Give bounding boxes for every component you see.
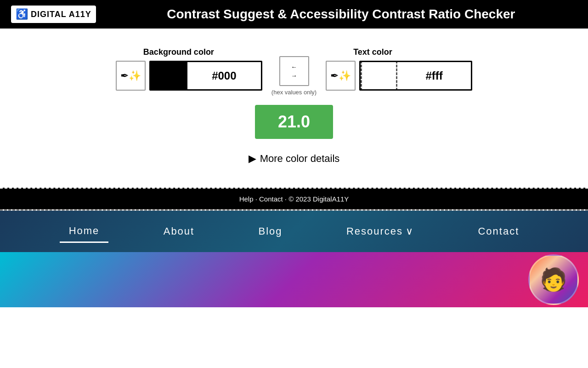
background-input-group: ✒✨ bbox=[116, 61, 262, 91]
swap-button[interactable]: ← → bbox=[279, 56, 309, 86]
background-color-section: Background color ✒✨ bbox=[116, 47, 262, 91]
text-color-section: Text color ✒✨ bbox=[326, 47, 472, 91]
more-details-button[interactable]: ▶ More color details bbox=[249, 153, 340, 165]
logo-text: DIGITAL A11Y bbox=[31, 10, 91, 19]
nav-items: Home About Blog Resources ∨ Contact bbox=[18, 220, 570, 243]
header: ♿ DIGITAL A11Y Contrast Suggest & Access… bbox=[0, 0, 588, 29]
nav-item-about[interactable]: About bbox=[154, 221, 204, 242]
triangle-icon: ▶ bbox=[249, 153, 256, 165]
color-inputs-row: Background color ✒✨ ← → (hex values only… bbox=[28, 42, 560, 96]
avatar-icon: 🧑 bbox=[540, 267, 567, 293]
background-hex-input[interactable] bbox=[187, 61, 261, 91]
background-eyedropper-button[interactable]: ✒✨ bbox=[116, 61, 146, 91]
footer-top: Help · Contact · © 2023 DigitalA11Y bbox=[0, 188, 588, 209]
hero-section: 🧑 bbox=[0, 252, 588, 307]
more-details-label: More color details bbox=[260, 153, 340, 165]
page-title: Contrast Suggest & Accessibility Contras… bbox=[105, 7, 577, 22]
background-color-label: Background color bbox=[143, 47, 214, 57]
swap-section: ← → (hex values only) bbox=[271, 42, 317, 96]
nav-item-resources[interactable]: Resources ∨ bbox=[337, 221, 423, 242]
contrast-ratio-container: 21.0 bbox=[28, 105, 560, 139]
text-input-group: ✒✨ bbox=[326, 61, 472, 91]
text-color-swatch bbox=[361, 61, 397, 91]
arrow-right-icon: → bbox=[291, 72, 297, 79]
logo-icon: ♿ bbox=[16, 8, 28, 20]
more-details-row: ▶ More color details bbox=[28, 153, 560, 165]
text-eyedropper-button[interactable]: ✒✨ bbox=[326, 61, 356, 91]
background-color-input-box bbox=[149, 61, 262, 91]
background-color-swatch bbox=[151, 61, 187, 91]
eyedropper-icon-text: ✒✨ bbox=[330, 70, 351, 82]
arrow-left-icon: ← bbox=[291, 63, 297, 70]
text-color-input-box bbox=[359, 61, 472, 91]
text-color-label: Text color bbox=[353, 47, 392, 57]
eyedropper-icon: ✒✨ bbox=[120, 70, 141, 82]
nav-bar: Home About Blog Resources ∨ Contact bbox=[0, 211, 588, 252]
chevron-down-icon: ∨ bbox=[406, 225, 414, 237]
footer-links: Help · Contact · © 2023 DigitalA11Y bbox=[239, 195, 349, 203]
main-content: Background color ✒✨ ← → (hex values only… bbox=[0, 29, 588, 188]
contrast-ratio-badge: 21.0 bbox=[255, 105, 333, 139]
hero-avatar: 🧑 bbox=[528, 254, 579, 305]
swap-label: (hex values only) bbox=[271, 89, 317, 96]
nav-item-blog[interactable]: Blog bbox=[249, 221, 292, 242]
logo[interactable]: ♿ DIGITAL A11Y bbox=[11, 6, 96, 23]
nav-item-contact[interactable]: Contact bbox=[469, 221, 528, 242]
nav-item-home[interactable]: Home bbox=[60, 220, 109, 243]
text-hex-input[interactable] bbox=[397, 61, 471, 91]
